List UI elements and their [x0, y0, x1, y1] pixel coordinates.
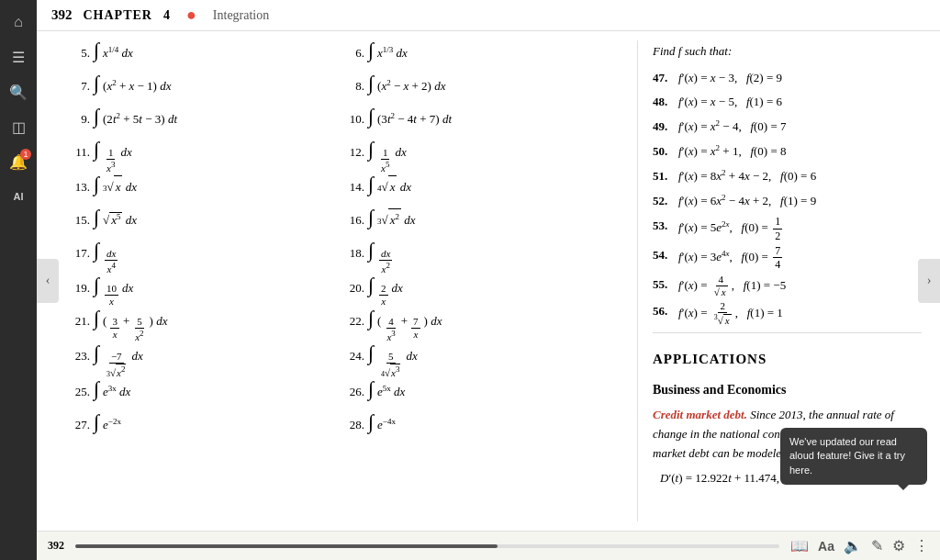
- problem-5: 5. ∫ x1/4 dx: [70, 40, 344, 73]
- prev-page-button[interactable]: ‹: [37, 259, 59, 303]
- find-47-num: 47.: [653, 67, 673, 90]
- problem-19-expr: ∫ 10x dx: [94, 275, 133, 308]
- problem-12-num: 12.: [344, 141, 364, 162]
- find-f-header: Find f such that:: [653, 40, 922, 63]
- home-icon[interactable]: ⌂: [4, 7, 33, 37]
- problem-14-expr: ∫ 4√x dx: [368, 174, 411, 197]
- problem-23: 23. ∫ −7 3√x2 dx: [70, 343, 344, 379]
- find-f-section: Find f such that: 47. f′(x) = x − 3, f(2…: [653, 40, 922, 327]
- problem-row-19-20: 19. ∫ 10x dx 20. ∫ 2x dx: [70, 275, 619, 308]
- pen-icon[interactable]: ✎: [871, 537, 883, 554]
- find-49-num: 49.: [653, 116, 673, 139]
- problem-row-25-26: 25. ∫ e3x dx 26. ∫ e5x dx: [70, 379, 619, 412]
- problem-13-num: 13.: [70, 176, 90, 197]
- find-56-text: f′(x) = 23√x, f(1) = 1: [678, 300, 783, 327]
- find-49-text: f′(x) = x2 − 4, f(0) = 7: [678, 116, 787, 139]
- problem-17-num: 17.: [70, 242, 90, 263]
- settings-icon[interactable]: ⚙: [892, 537, 905, 554]
- problem-12: 12. ∫ 1x5 dx: [344, 140, 619, 174]
- find-50-num: 50.: [653, 140, 673, 163]
- problem-23-expr: ∫ −7 3√x2 dx: [94, 343, 143, 379]
- problem-24-num: 24.: [344, 345, 364, 366]
- problem-27-num: 27.: [70, 414, 90, 435]
- more-icon[interactable]: ⋮: [914, 537, 929, 554]
- find-53-num: 53.: [653, 215, 673, 242]
- problem-18: 18. ∫ dxx2: [344, 241, 619, 275]
- bottom-icons: 📖 Aa 🔈 ✎ ⚙ ⋮: [790, 537, 929, 554]
- book-icon[interactable]: 📖: [790, 537, 809, 554]
- problem-9-num: 9.: [70, 108, 90, 129]
- bookmark-icon[interactable]: ◫: [4, 112, 33, 141]
- problem-16: 16. ∫ 3√x2 dx: [344, 207, 619, 241]
- find-problem-50: 50. f′(x) = x2 + 1, f(0) = 8: [653, 140, 922, 163]
- content-area: ‹ 5. ∫ x1/4 dx 6.: [37, 31, 940, 531]
- problem-9: 9. ∫ (2t2 + 5t − 3) dt: [70, 106, 344, 140]
- tooltip-text: We've updated our read aloud feature! Gi…: [789, 436, 905, 476]
- business-sub-header: Business and Economics: [653, 378, 922, 403]
- problem-14-num: 14.: [344, 176, 364, 197]
- find-47-text: f′(x) = x − 3, f(2) = 9: [678, 67, 782, 90]
- problem-row-21-22: 21. ∫ ( 3x + 5x2 ) dx 22. ∫: [70, 308, 619, 343]
- problem-21-num: 21.: [70, 310, 90, 331]
- notification-icon[interactable]: 🔔: [4, 147, 33, 176]
- find-problem-48: 48. f′(x) = x − 5, f(1) = 6: [653, 91, 922, 114]
- problem-11-num: 11.: [70, 141, 90, 162]
- applications-header: APPLICATIONS: [653, 346, 922, 373]
- section-title: Integration: [213, 8, 269, 23]
- problem-6-expr: ∫ x1/3 dx: [368, 40, 408, 63]
- problem-15: 15. ∫ √x5 dx: [70, 207, 344, 241]
- problem-row-5-6: 5. ∫ x1/4 dx 6. ∫ x1/3 dx: [70, 40, 619, 73]
- page-content: 5. ∫ x1/4 dx 6. ∫ x1/3 dx: [37, 31, 940, 531]
- problem-5-expr: ∫ x1/4 dx: [94, 40, 133, 63]
- problem-26-num: 26.: [344, 381, 364, 402]
- menu-icon[interactable]: ☰: [4, 42, 33, 72]
- problem-row-23-24: 23. ∫ −7 3√x2 dx 24. ∫: [70, 343, 619, 379]
- find-48-text: f′(x) = x − 5, f(1) = 6: [678, 91, 782, 114]
- problem-7: 7. ∫ (x2 + x − 1) dx: [70, 73, 344, 106]
- problem-25-num: 25.: [70, 381, 90, 402]
- left-sidebar: ⌂ ☰ 🔍 ◫ 🔔 AI: [0, 0, 37, 560]
- find-52-text: f′(x) = 6x2 − 4x + 2, f(1) = 9: [678, 190, 816, 213]
- problem-17: 17. ∫ dxx4: [70, 241, 344, 275]
- problem-10-num: 10.: [344, 108, 364, 129]
- credit-title: Credit market debt.: [653, 408, 747, 421]
- problem-13: 13. ∫ 3√x dx: [70, 174, 344, 207]
- problem-11-expr: ∫ 1x3 dx: [94, 140, 132, 174]
- problem-16-num: 16.: [344, 209, 364, 230]
- find-50-text: f′(x) = x2 + 1, f(0) = 8: [678, 140, 787, 163]
- ai-icon[interactable]: AI: [4, 182, 33, 211]
- audio-icon[interactable]: 🔈: [844, 537, 862, 554]
- find-problem-56: 56. f′(x) = 23√x, f(1) = 1: [653, 300, 922, 327]
- next-page-button[interactable]: ›: [918, 259, 940, 303]
- problem-16-expr: ∫ 3√x2 dx: [368, 207, 415, 230]
- problem-19-num: 19.: [70, 277, 90, 298]
- section-divider: [653, 332, 922, 333]
- problem-row-15-16: 15. ∫ √x5 dx 16. ∫ 3√x2 dx: [70, 207, 619, 241]
- problem-28-num: 28.: [344, 414, 364, 435]
- problem-7-num: 7.: [70, 75, 90, 96]
- problem-row-17-18: 17. ∫ dxx4 18. ∫ dxx2: [70, 241, 619, 275]
- problem-8-num: 8.: [344, 75, 364, 96]
- problem-27-expr: ∫ e−2x: [94, 412, 121, 435]
- text-size-icon[interactable]: Aa: [818, 539, 834, 554]
- find-51-text: f′(x) = 8x2 + 4x − 2, f(0) = 6: [678, 165, 816, 188]
- problem-22: 22. ∫ ( 4x3 + 7x ) dx: [344, 308, 619, 343]
- problem-11: 11. ∫ 1x3 dx: [70, 140, 344, 174]
- problem-14: 14. ∫ 4√x dx: [344, 174, 619, 207]
- problem-12-expr: ∫ 1x5 dx: [368, 140, 407, 174]
- find-problem-54: 54. f′(x) = 3e4x, f(0) = 74: [653, 244, 922, 272]
- problem-25-expr: ∫ e3x dx: [94, 379, 130, 402]
- find-problem-51: 51. f′(x) = 8x2 + 4x − 2, f(0) = 6: [653, 165, 922, 188]
- main-content: 392 CHAPTER 4 ● Integration ‹ 5. ∫ x1/4 …: [37, 0, 940, 560]
- problem-21-expr: ∫ ( 3x + 5x2 ) dx: [94, 308, 167, 343]
- problem-22-num: 22.: [344, 310, 364, 331]
- dot-separator: ●: [186, 6, 196, 25]
- problem-row-27-28: 27. ∫ e−2x 28. ∫ e−4x: [70, 412, 619, 445]
- bottom-bar: 392 📖 Aa 🔈 ✎ ⚙ ⋮: [37, 531, 940, 560]
- search-icon[interactable]: 🔍: [4, 77, 33, 106]
- find-54-num: 54.: [653, 244, 673, 272]
- problem-24: 24. ∫ 5 4√x3 dx: [344, 343, 619, 379]
- find-problem-49: 49. f′(x) = x2 − 4, f(0) = 7: [653, 116, 922, 139]
- find-problem-47: 47. f′(x) = x − 3, f(2) = 9: [653, 67, 922, 90]
- chapter-number: 4: [163, 8, 170, 23]
